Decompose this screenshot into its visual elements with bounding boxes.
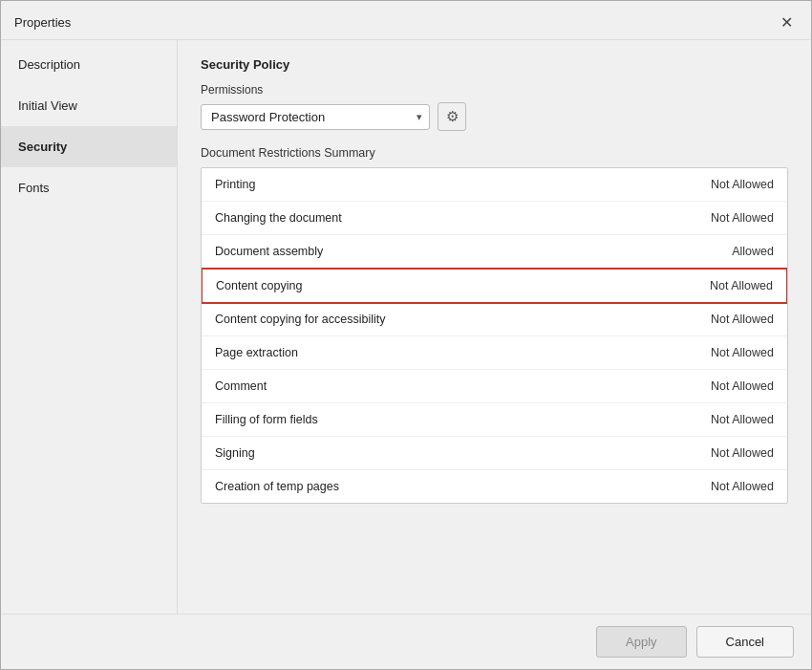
title-bar: Properties ✕ bbox=[1, 1, 811, 40]
restriction-name: Comment bbox=[215, 379, 267, 393]
permissions-label: Permissions bbox=[201, 83, 788, 97]
restriction-value: Not Allowed bbox=[711, 178, 774, 191]
restriction-row: Changing the documentNot Allowed bbox=[202, 202, 787, 235]
restriction-row: PrintingNot Allowed bbox=[202, 168, 787, 202]
restriction-value: Not Allowed bbox=[711, 211, 774, 225]
restriction-name: Filling of form fields bbox=[215, 413, 318, 426]
dialog-footer: Apply Cancel bbox=[1, 614, 811, 669]
restriction-row: Page extractionNot Allowed bbox=[202, 336, 787, 370]
gear-icon: ⚙ bbox=[446, 108, 459, 125]
restriction-name: Document assembly bbox=[215, 245, 323, 258]
restriction-row: Creation of temp pagesNot Allowed bbox=[202, 470, 787, 503]
close-icon: ✕ bbox=[780, 13, 793, 32]
sidebar: DescriptionInitial ViewSecurityFonts bbox=[1, 40, 178, 614]
restriction-row: Content copyingNot Allowed bbox=[201, 268, 788, 304]
permissions-row: Password Protection ▾ ⚙ bbox=[201, 102, 788, 131]
sidebar-item-description[interactable]: Description bbox=[1, 44, 177, 85]
restriction-name: Content copying for accessibility bbox=[215, 313, 386, 326]
section-title: Security Policy bbox=[201, 57, 788, 72]
restriction-name: Signing bbox=[215, 446, 255, 460]
restriction-value: Not Allowed bbox=[710, 279, 773, 292]
permissions-select-wrapper: Password Protection ▾ bbox=[201, 104, 430, 130]
close-button[interactable]: ✕ bbox=[775, 11, 798, 33]
permissions-select[interactable]: Password Protection bbox=[201, 104, 430, 130]
sidebar-item-fonts[interactable]: Fonts bbox=[1, 167, 177, 208]
cancel-button[interactable]: Cancel bbox=[696, 626, 794, 658]
restriction-value: Allowed bbox=[732, 245, 774, 258]
restriction-name: Page extraction bbox=[215, 346, 298, 359]
restriction-row: Content copying for accessibilityNot All… bbox=[202, 303, 787, 336]
gear-button[interactable]: ⚙ bbox=[438, 102, 466, 131]
restriction-name: Changing the document bbox=[215, 211, 342, 225]
restriction-value: Not Allowed bbox=[711, 313, 774, 326]
dialog-title: Properties bbox=[14, 15, 71, 30]
sidebar-item-security[interactable]: Security bbox=[1, 126, 177, 167]
restriction-row: CommentNot Allowed bbox=[202, 370, 787, 403]
restrictions-label: Document Restrictions Summary bbox=[201, 146, 788, 160]
restriction-value: Not Allowed bbox=[711, 480, 774, 493]
properties-dialog: Properties ✕ DescriptionInitial ViewSecu… bbox=[0, 0, 812, 670]
restriction-name: Content copying bbox=[216, 279, 302, 292]
dialog-body: DescriptionInitial ViewSecurityFonts Sec… bbox=[1, 40, 811, 614]
restriction-value: Not Allowed bbox=[711, 413, 774, 426]
apply-button[interactable]: Apply bbox=[596, 626, 687, 658]
restriction-row: Document assemblyAllowed bbox=[202, 235, 787, 269]
restriction-name: Printing bbox=[215, 178, 255, 191]
restriction-row: SigningNot Allowed bbox=[202, 437, 787, 470]
restrictions-table: PrintingNot AllowedChanging the document… bbox=[201, 167, 788, 504]
restriction-value: Not Allowed bbox=[711, 346, 774, 359]
restriction-name: Creation of temp pages bbox=[215, 480, 339, 493]
restriction-row: Filling of form fieldsNot Allowed bbox=[202, 403, 787, 437]
restriction-value: Not Allowed bbox=[711, 379, 774, 393]
main-content: Security Policy Permissions Password Pro… bbox=[178, 40, 811, 614]
restriction-value: Not Allowed bbox=[711, 446, 774, 460]
sidebar-item-initial-view[interactable]: Initial View bbox=[1, 85, 177, 126]
